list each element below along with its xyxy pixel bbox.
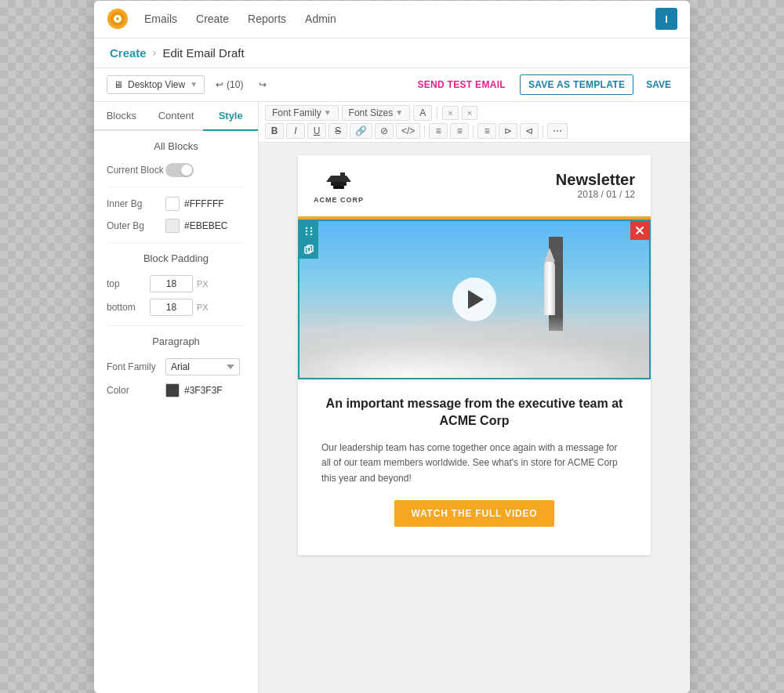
padding-top-unit: PX [197,279,209,288]
undo-count: (10) [227,79,243,90]
svg-point-6 [306,227,307,228]
play-triangle-icon [468,290,484,309]
delete-block-button[interactable] [630,221,649,240]
svg-point-3 [116,17,119,20]
app-window: Emails Create Reports Admin I Create › E… [94,1,690,693]
paragraph-color-picker[interactable]: #3F3F3F [165,383,223,397]
send-test-email-button[interactable]: SEND TEST EMAIL [409,75,514,94]
inner-bg-swatch [165,197,180,211]
cta-button[interactable]: WaTCH The FULL Video [394,500,555,527]
smoke-cloud [299,315,649,378]
unlink-button[interactable]: ⊘ [375,123,394,139]
panel-content: All Blocks Current Block Inner Bg #FFFFF… [94,131,258,693]
tab-style[interactable]: Style [203,102,258,131]
breadcrumb: Create › Edit Email Draft [94,38,690,68]
list-ordered-button[interactable]: ≡ [450,123,469,139]
svg-point-7 [310,227,312,228]
rocket-body [544,260,555,315]
font-color-button[interactable]: A [413,105,432,121]
font-family-label: Font Family [107,361,165,372]
undo-button[interactable]: ↩ (10) [211,76,248,93]
nav-admin[interactable]: Admin [305,13,336,25]
strikethrough-button[interactable]: S [328,123,347,139]
newsletter-title-area: Newsletter 2018 / 01 / 12 [556,171,635,200]
padding-bottom-label: bottom [107,302,150,313]
padding-bottom-unit: PX [197,303,209,312]
outer-bg-swatch [165,219,180,233]
rocket-nose [544,248,555,262]
padding-top-label: top [107,278,150,289]
acme-text: ACME CORP [314,196,364,204]
video-thumbnail[interactable] [299,221,649,378]
font-family-row: Font Family Arial [107,358,245,376]
more-options-button[interactable]: ⋯ [547,123,568,139]
desktop-icon: 🖥 [114,79,123,90]
tab-content[interactable]: Content [149,102,204,131]
divider-2 [107,242,245,243]
svg-point-9 [310,230,312,231]
breadcrumb-create-link[interactable]: Create [110,46,147,60]
outer-bg-color-picker[interactable]: #EBEBEC [165,219,227,233]
nav-emails[interactable]: Emails [144,13,177,25]
bold-button[interactable]: B [265,123,284,139]
divider-3 [107,325,245,326]
font-family-label: Font Family [272,107,321,118]
drag-handle[interactable] [299,221,318,240]
anvil-icon [323,168,354,194]
inner-bg-value: #FFFFFF [184,198,224,209]
indent-button[interactable]: ⊳ [499,123,517,139]
view-label: Desktop View [128,79,185,90]
play-button[interactable] [452,278,496,321]
paragraph-color-swatch [165,383,180,397]
format-row-1: Font Family ▼ Font Sizes ▼ A × × [265,105,684,121]
email-headline: An important message from the executive … [321,395,627,430]
redo-button[interactable]: ↪ [254,76,271,93]
list-unordered-button[interactable]: ≡ [429,123,448,139]
separator [437,107,437,119]
copy-handle[interactable] [299,240,318,259]
chevron-down-icon: ▼ [395,108,403,117]
tab-blocks[interactable]: Blocks [94,102,149,131]
video-block[interactable] [298,220,651,379]
breadcrumb-separator: › [153,46,157,59]
current-block-row: Current Block [107,163,245,177]
format-toolbar: Font Family ▼ Font Sizes ▼ A × × B I U [259,102,690,143]
save-as-template-button[interactable]: SAVE AS TEMPLATE [520,74,633,95]
email-header: ACME CORP Newsletter 2018 / 01 / 12 [298,155,651,216]
outer-bg-label: Outer Bg [107,220,165,231]
font-family-select[interactable]: Arial [165,358,240,376]
padding-top-input[interactable]: 18 [150,275,193,292]
separator [473,125,474,137]
main-layout: Blocks Content Style All Blocks Current … [94,102,690,693]
clear-format-button-2[interactable]: × [462,106,477,120]
save-button[interactable]: SAVE [640,75,677,94]
outdent-button[interactable]: ⊲ [520,123,539,139]
paragraph-title: Paragraph [107,336,245,347]
padding-bottom-input[interactable]: 18 [150,299,193,316]
nav-create[interactable]: Create [196,13,229,25]
italic-button[interactable]: I [286,123,305,139]
user-avatar-button[interactable]: I [655,8,677,30]
paragraph-color-row: Color #3F3F3F [107,383,245,397]
align-button[interactable]: ≡ [477,123,496,139]
breadcrumb-current-page: Edit Email Draft [162,46,244,60]
inner-bg-color-picker[interactable]: #FFFFFF [165,197,224,211]
view-selector-button[interactable]: 🖥 Desktop View ▼ [107,75,205,94]
svg-point-10 [306,233,307,234]
font-sizes-dropdown[interactable]: Font Sizes ▼ [342,105,411,121]
color-label: Color [107,385,165,396]
code-button[interactable]: </> [396,123,420,139]
current-block-toggle[interactable] [165,163,194,177]
underline-button[interactable]: U [307,123,326,139]
email-body-text: Our leadership team has come together on… [321,441,627,486]
editor-toolbar: 🖥 Desktop View ▼ ↩ (10) ↪ SEND TEST EMAI… [94,68,690,102]
clear-format-button-1[interactable]: × [442,106,458,120]
outer-bg-row: Outer Bg #EBEBEC [107,219,245,233]
link-button[interactable]: 🔗 [350,123,372,139]
left-panel: Blocks Content Style All Blocks Current … [94,102,259,693]
outer-bg-value: #EBEBEC [184,220,227,231]
font-sizes-label: Font Sizes [349,107,394,118]
separator [543,125,543,137]
nav-reports[interactable]: Reports [248,13,286,25]
font-family-dropdown[interactable]: Font Family ▼ [265,105,339,121]
